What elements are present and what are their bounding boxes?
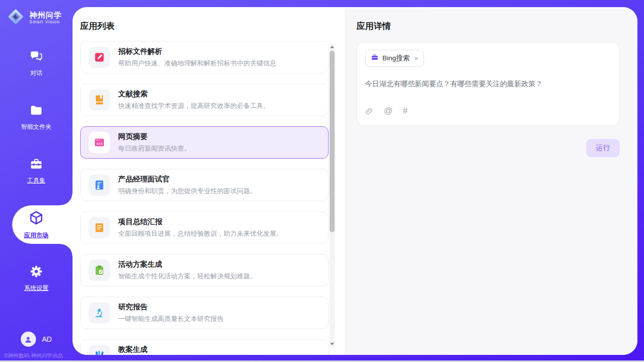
cube-icon (28, 210, 44, 228)
app-card-literature-search[interactable]: 文献搜索 快速精准查找学术资源，提高研究效率的必备工具。 (80, 84, 329, 116)
app-name: 研究报告 (118, 302, 224, 312)
app-card-research-report[interactable]: 研究报告 一键智能生成高质量长文本研究报告 (80, 297, 329, 329)
app-list-panel: 应用列表 招标文件解析 帮助用户快速、准确地理解和解析招标书中的关键信息 (73, 7, 345, 355)
brand-name: 神州问学 (29, 11, 62, 20)
folder-icon (29, 103, 43, 119)
query-text[interactable]: 今日湖北有哪些新闻要点？有哪些需要关注的最新政策？ (365, 80, 611, 89)
scroll-down-icon[interactable] (330, 341, 335, 347)
app-desc: 智能生成个性化活动方案，轻松解决规划难题。 (118, 272, 257, 281)
chat-icon (29, 50, 43, 65)
app-desc: 一键智能生成高质量长文本研究报告 (118, 314, 224, 323)
app-card-activity-plan[interactable]: 活动方案生成 智能生成个性化活动方案，轻松解决规划难题。 (80, 254, 329, 286)
summary-doc-icon (89, 217, 110, 238)
sidebar-item-app-market[interactable]: 应用市场 (0, 198, 73, 251)
app-card-project-summary[interactable]: 项目总结汇报 全面回顾项目进展，总结经验教训，助力未来优化发展。 (80, 211, 329, 244)
paperclip-icon[interactable] (365, 107, 374, 116)
literature-book-icon (89, 89, 110, 111)
composer-toolbar: @ # (365, 106, 611, 116)
close-icon[interactable]: × (414, 55, 418, 62)
app-card-tender-parse[interactable]: 招标文件解析 帮助用户快速、准确地理解和解析招标书中的关键信息 (80, 41, 329, 74)
tool-tag-bing-search[interactable]: Bing搜索 × (365, 50, 424, 67)
app-detail-panel: 应用详情 Bing搜索 × 今日湖北有哪些新闻要点？有哪些需要关注的最新政策？ (345, 7, 637, 355)
app-desc: 明确身份和职责，为您提供专业性的面试问题。 (118, 187, 257, 196)
sidebar-item-settings[interactable]: 系统设置 (0, 251, 73, 305)
sidebar-item-label: 应用市场 (24, 231, 49, 240)
sidebar-item-smart-folders[interactable]: 智能文件夹 (0, 90, 73, 144)
sidebar: 神州问学 Smart Vision 对话 智能文件夹 (0, 0, 73, 362)
prompt-card[interactable]: Bing搜索 × 今日湖北有哪些新闻要点？有哪些需要关注的最新政策？ @ # (356, 42, 620, 126)
app-name: 招标文件解析 (118, 47, 276, 56)
app-name: 教案生成 (118, 345, 250, 354)
scrollbar-thumb[interactable] (330, 51, 335, 232)
app-list-title: 应用列表 (80, 20, 345, 32)
main-content: 应用列表 招标文件解析 帮助用户快速、准确地理解和解析招标书中的关键信息 (73, 7, 637, 355)
briefcase-icon (371, 53, 379, 63)
run-button[interactable]: 运行 (586, 139, 620, 157)
brand-logo: 神州问学 Smart Vision (0, 0, 73, 29)
app-card-lesson-plan[interactable]: 教案生成 模板驱动，教案秒成，教学准备从此轻松快捷 (80, 339, 329, 355)
tool-tag-label: Bing搜索 (382, 54, 410, 63)
list-scrollbar[interactable] (330, 44, 335, 347)
mention-icon[interactable]: @ (384, 106, 392, 116)
brand-subtitle: Smart Vision (29, 20, 62, 24)
app-name: 网页摘要 (118, 132, 191, 141)
copyright-text: ©神州数码·神州问学出品 (4, 352, 63, 359)
svg-text:</>: </> (96, 142, 102, 146)
user-account[interactable]: AD (0, 332, 73, 347)
avatar (21, 332, 36, 347)
books-icon (89, 345, 110, 355)
app-card-web-summary[interactable]: </> 网页摘要 每日政府新闻资讯快查。 (80, 126, 329, 159)
app-name: 文献搜索 (118, 89, 270, 99)
sidebar-item-chat[interactable]: 对话 (0, 37, 73, 90)
clipboard-check-icon (89, 260, 110, 281)
app-desc: 每日政府新闻资讯快查。 (118, 144, 191, 153)
sidebar-nav: 对话 智能文件夹 工具集 (0, 37, 73, 305)
sidebar-item-label: 系统设置 (24, 284, 49, 293)
sidebar-item-label: 工具集 (27, 176, 46, 185)
app-detail-title: 应用详情 (356, 20, 620, 32)
app-desc: 全面回顾项目进展，总结经验教训，助力未来优化发展。 (118, 229, 283, 238)
microscope-icon (89, 302, 110, 323)
sidebar-item-toolset[interactable]: 工具集 (0, 144, 73, 198)
scroll-up-icon[interactable] (330, 44, 335, 50)
interviewer-doc-icon (89, 174, 110, 196)
sidebar-item-label: 对话 (30, 69, 43, 78)
app-card-pm-interviewer[interactable]: 产品经理面试官 明确身份和职责，为您提供专业性的面试问题。 (80, 169, 329, 201)
user-name: AD (42, 335, 52, 343)
tender-parse-icon (89, 47, 110, 68)
app-name: 项目总结汇报 (118, 217, 283, 227)
app-name: 活动方案生成 (118, 260, 257, 269)
hash-icon[interactable]: # (403, 106, 407, 116)
brand-diamond-icon (5, 6, 26, 29)
app-list: 招标文件解析 帮助用户快速、准确地理解和解析招标书中的关键信息 文献搜索 快速精… (80, 41, 329, 355)
toolbox-icon (29, 157, 43, 173)
sidebar-item-label: 智能文件夹 (21, 123, 52, 131)
app-desc: 帮助用户快速、准确地理解和解析招标书中的关键信息 (118, 59, 276, 68)
webpage-code-icon: </> (89, 132, 110, 153)
gear-icon (29, 265, 43, 280)
app-name: 产品经理面试官 (118, 174, 257, 184)
app-desc: 快速精准查找学术资源，提高研究效率的必备工具。 (118, 101, 270, 111)
